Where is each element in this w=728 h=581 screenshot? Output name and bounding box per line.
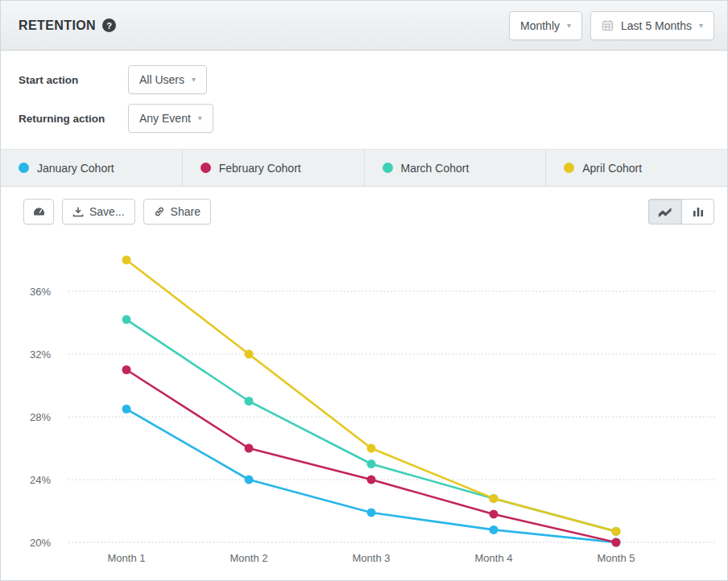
retention-report-panel: RETENTION ? Monthly ▾ Last 5 Months ▾ St…	[0, 0, 728, 581]
link-icon	[154, 206, 165, 217]
chart-type-toggle	[648, 199, 714, 225]
legend-item-label: January Cohort	[37, 162, 114, 175]
period-dropdown[interactable]: Monthly ▾	[509, 11, 582, 40]
start-action-dropdown[interactable]: All Users ▾	[128, 65, 207, 94]
data-point-february-cohort-month-3[interactable]	[367, 476, 376, 484]
data-point-march-cohort-month-3[interactable]	[367, 459, 376, 468]
data-point-april-cohort-month-1[interactable]	[122, 256, 131, 265]
start-action-value: All Users	[139, 73, 184, 86]
returning-action-row: Returning action Any Event ▾	[19, 99, 727, 138]
legend-item-january-cohort[interactable]: January Cohort	[1, 150, 183, 186]
x-tick-label: Month 3	[353, 552, 391, 564]
data-point-april-cohort-month-3[interactable]	[367, 444, 376, 453]
retention-line-chart: 20%24%28%32%36%Month 1Month 2Month 3Mont…	[1, 237, 727, 581]
chevron-down-icon: ▾	[699, 22, 703, 30]
bar-chart-icon	[692, 206, 705, 217]
save-button[interactable]: Save...	[62, 199, 135, 225]
calendar-icon	[602, 19, 614, 31]
data-point-january-cohort-month-1[interactable]	[122, 405, 131, 414]
y-tick-label: 24%	[30, 474, 51, 486]
x-tick-label: Month 1	[108, 552, 146, 564]
line-chart-icon	[658, 206, 672, 217]
y-tick-label: 20%	[30, 537, 51, 549]
data-point-february-cohort-month-4[interactable]	[490, 509, 498, 518]
start-action-label: Start action	[19, 74, 128, 86]
bar-chart-toggle-button[interactable]	[681, 199, 714, 225]
legend-item-label: February Cohort	[219, 162, 301, 175]
filters-section: Start action All Users ▾ Returning actio…	[1, 51, 727, 150]
returning-action-value: Any Event	[139, 112, 191, 125]
legend-item-march-cohort[interactable]: March Cohort	[365, 150, 547, 186]
series-line-april-cohort	[126, 260, 616, 531]
returning-action-dropdown[interactable]: Any Event ▾	[128, 104, 213, 133]
series-line-march-cohort	[126, 319, 616, 531]
x-tick-label: Month 2	[230, 552, 268, 564]
header-controls: Monthly ▾ Last 5 Months ▾	[509, 11, 714, 40]
y-tick-label: 28%	[30, 411, 51, 423]
series-color-dot	[383, 163, 393, 173]
legend-item-label: March Cohort	[401, 162, 469, 175]
x-tick-label: Month 5	[598, 552, 635, 564]
share-button-label: Share	[171, 205, 201, 218]
data-point-january-cohort-month-2[interactable]	[245, 476, 254, 484]
series-color-dot	[564, 163, 574, 173]
legend-item-label: April Cohort	[582, 162, 642, 175]
data-point-april-cohort-month-5[interactable]	[612, 527, 621, 536]
chevron-down-icon: ▾	[192, 76, 196, 84]
data-point-april-cohort-month-4[interactable]	[490, 494, 498, 503]
period-dropdown-value: Monthly	[520, 19, 560, 32]
data-point-january-cohort-month-4[interactable]	[490, 525, 498, 534]
legend-item-february-cohort[interactable]: February Cohort	[183, 150, 365, 186]
data-point-february-cohort-month-5[interactable]	[612, 538, 621, 547]
date-range-dropdown[interactable]: Last 5 Months ▾	[590, 11, 714, 40]
chart-toolbar: Save... Share	[1, 187, 727, 237]
data-point-february-cohort-month-1[interactable]	[122, 365, 131, 374]
gauge-icon	[32, 206, 46, 217]
returning-action-label: Returning action	[19, 113, 128, 125]
chevron-down-icon: ▾	[567, 22, 571, 30]
y-tick-label: 36%	[30, 286, 51, 298]
y-tick-label: 32%	[30, 348, 51, 361]
add-to-dashboard-button[interactable]	[23, 199, 54, 225]
chart-canvas: 20%24%28%32%36%Month 1Month 2Month 3Mont…	[1, 237, 728, 581]
download-icon	[72, 206, 84, 217]
report-header: RETENTION ? Monthly ▾ Last 5 Months ▾	[1, 1, 727, 51]
x-tick-label: Month 4	[475, 552, 513, 564]
page-title: RETENTION	[19, 19, 96, 33]
chevron-down-icon: ▾	[198, 114, 202, 122]
cohort-legend: January Cohort February Cohort March Coh…	[1, 150, 727, 187]
data-point-march-cohort-month-1[interactable]	[122, 315, 131, 324]
series-color-dot	[201, 163, 211, 173]
data-point-march-cohort-month-2[interactable]	[245, 397, 254, 406]
series-color-dot	[19, 163, 29, 173]
save-button-label: Save...	[89, 205, 125, 218]
data-point-february-cohort-month-2[interactable]	[245, 444, 254, 453]
data-point-january-cohort-month-3[interactable]	[367, 508, 376, 517]
start-action-row: Start action All Users ▾	[19, 60, 727, 99]
share-button[interactable]: Share	[143, 199, 211, 225]
date-range-value: Last 5 Months	[621, 19, 692, 32]
data-point-april-cohort-month-2[interactable]	[245, 350, 254, 359]
legend-item-april-cohort[interactable]: April Cohort	[546, 150, 727, 186]
help-icon[interactable]: ?	[102, 19, 116, 32]
line-chart-toggle-button[interactable]	[648, 199, 681, 225]
